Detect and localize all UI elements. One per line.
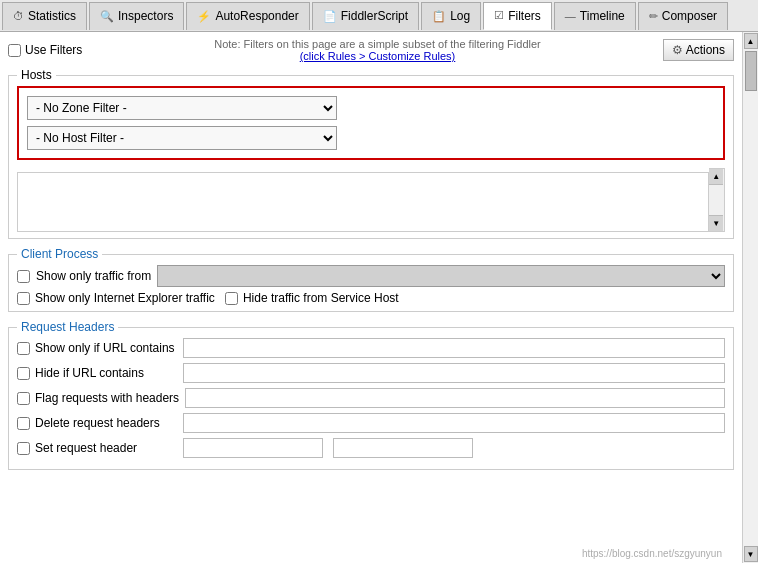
main-content: Use Filters Note: Filters on this page a… [0, 32, 758, 563]
delete-headers-label: Delete request headers [35, 416, 160, 430]
use-filters-label[interactable]: Use Filters [8, 43, 82, 57]
tab-log[interactable]: 📋 Log [421, 2, 481, 30]
traffic-from-select[interactable] [157, 265, 725, 287]
statistics-icon: ⏱ [13, 10, 24, 22]
tab-filters[interactable]: ☑ Filters [483, 2, 552, 30]
show-url-label: Show only if URL contains [35, 341, 175, 355]
scrollbar-thumb[interactable] [745, 51, 757, 91]
show-ie-checkbox[interactable] [17, 292, 30, 305]
tab-statistics[interactable]: ⏱ Statistics [2, 2, 87, 30]
delete-headers-input[interactable] [183, 413, 725, 433]
hide-url-input[interactable] [183, 363, 725, 383]
host-filter-select[interactable]: - No Host Filter - Hide the following Ho… [27, 126, 337, 150]
tab-composer[interactable]: ✏ Composer [638, 2, 728, 30]
tab-autoresponder[interactable]: ⚡ AutoResponder [186, 2, 309, 30]
delete-headers-row: Delete request headers [17, 413, 725, 433]
set-header-checkbox[interactable] [17, 442, 30, 455]
hosts-box: - No Zone Filter - Show only Intranet Ho… [17, 86, 725, 160]
delete-headers-checkbox[interactable] [17, 417, 30, 430]
flag-headers-row: Flag requests with headers [17, 388, 725, 408]
hide-url-checkbox[interactable] [17, 367, 30, 380]
show-url-input[interactable] [183, 338, 725, 358]
flag-headers-label: Flag requests with headers [35, 391, 179, 405]
zone-filter-select[interactable]: - No Zone Filter - Show only Intranet Ho… [27, 96, 337, 120]
scrollbar-down-btn[interactable]: ▼ [744, 546, 758, 562]
composer-icon: ✏ [649, 10, 658, 23]
use-filters-checkbox[interactable] [8, 44, 21, 57]
tab-timeline[interactable]: — Timeline [554, 2, 636, 30]
scroll-down-btn[interactable]: ▼ [709, 215, 723, 231]
show-url-checkbox[interactable] [17, 342, 30, 355]
gear-icon: ⚙ [672, 43, 683, 57]
hide-service-label: Hide traffic from Service Host [243, 291, 399, 305]
hide-service-checkbox[interactable] [225, 292, 238, 305]
filters-icon: ☑ [494, 9, 504, 22]
log-icon: 📋 [432, 10, 446, 23]
set-header-row: Set request header [17, 438, 725, 458]
show-ie-item: Show only Internet Explorer traffic [17, 291, 215, 305]
client-process-legend: Client Process [17, 247, 102, 261]
watermark: https://blog.csdn.net/szgyunyun [582, 548, 722, 559]
set-header-label: Set request header [35, 441, 137, 455]
hide-url-row: Hide if URL contains [17, 363, 725, 383]
actions-button[interactable]: ⚙ Actions [663, 39, 734, 61]
tab-bar: ⏱ Statistics 🔍 Inspectors ⚡ AutoResponde… [0, 0, 758, 32]
set-header-value-input[interactable] [333, 438, 473, 458]
show-url-row: Show only if URL contains [17, 338, 725, 358]
show-traffic-from-checkbox[interactable] [17, 270, 30, 283]
hosts-textarea[interactable] [17, 172, 709, 232]
flag-headers-input[interactable] [185, 388, 725, 408]
note-text: Note: Filters on this page are a simple … [92, 38, 662, 62]
set-header-name-input[interactable] [183, 438, 323, 458]
show-ie-label: Show only Internet Explorer traffic [35, 291, 215, 305]
show-traffic-from-label: Show only traffic from [36, 269, 151, 283]
tab-inspectors[interactable]: 🔍 Inspectors [89, 2, 184, 30]
ie-service-row: Show only Internet Explorer traffic Hide… [17, 291, 725, 305]
hide-service-item: Hide traffic from Service Host [225, 291, 399, 305]
autoresponder-icon: ⚡ [197, 10, 211, 23]
scroll-up-btn[interactable]: ▲ [709, 169, 723, 185]
traffic-from-row: Show only traffic from [17, 265, 725, 287]
flag-headers-checkbox[interactable] [17, 392, 30, 405]
scrollbar-up-btn[interactable]: ▲ [744, 33, 758, 49]
content-area: Use Filters Note: Filters on this page a… [0, 32, 742, 563]
hosts-legend: Hosts [17, 68, 56, 82]
fiddlerscript-icon: 📄 [323, 10, 337, 23]
scrollbar-track: ▲ ▼ [742, 32, 758, 563]
req-headers-legend: Request Headers [17, 320, 118, 334]
top-row: Use Filters Note: Filters on this page a… [8, 38, 734, 62]
tab-fiddlerscript[interactable]: 📄 FiddlerScript [312, 2, 419, 30]
inspectors-icon: 🔍 [100, 10, 114, 23]
hide-url-label: Hide if URL contains [35, 366, 144, 380]
timeline-icon: — [565, 10, 576, 22]
